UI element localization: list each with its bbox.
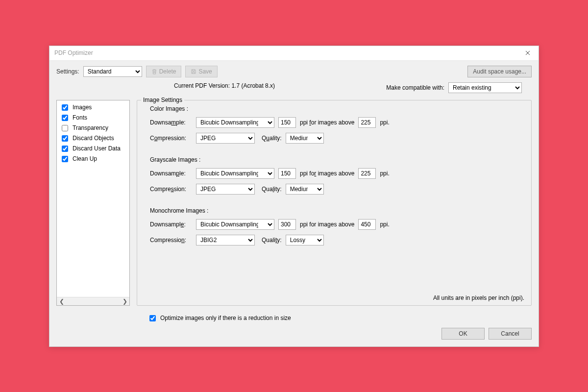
- mono-downsample-select[interactable]: Bicubic Downsampling to: [196, 219, 274, 230]
- list-item-label: Discard User Data: [73, 145, 121, 152]
- quality-label: Quality:: [262, 135, 282, 142]
- settings-select[interactable]: Standard: [83, 66, 142, 77]
- checkbox-transparency[interactable]: [62, 125, 68, 131]
- checkbox-fonts[interactable]: [62, 115, 68, 121]
- mono-quality-select[interactable]: Lossy: [286, 235, 324, 245]
- category-list: Images Fonts Transparency Discard Object…: [56, 100, 130, 306]
- ppi-suffix: ppi.: [380, 170, 389, 177]
- mono-compression-select[interactable]: JBIG2: [196, 235, 255, 245]
- delete-button[interactable]: Delete: [146, 66, 182, 77]
- toolbar: Settings: Standard Delete Save Audit spa…: [49, 61, 539, 80]
- optimize-only-checkbox[interactable]: [149, 315, 156, 321]
- dialog-window: PDF Optimizer Settings: Standard Delete …: [49, 46, 539, 347]
- checkbox-clean-up[interactable]: [62, 156, 68, 162]
- cancel-button[interactable]: Cancel: [489, 328, 532, 340]
- mono-ppi-input[interactable]: [278, 219, 296, 230]
- list-item[interactable]: Fonts: [60, 113, 126, 123]
- downsample-label: Downsample:: [150, 119, 192, 126]
- gray-ppi-input[interactable]: [278, 168, 296, 179]
- group-title: Grayscale Images :: [144, 156, 524, 163]
- scroll-right-icon[interactable]: ❯: [121, 297, 128, 305]
- group-title: Color Images :: [144, 105, 524, 112]
- list-item[interactable]: Transparency: [60, 123, 126, 133]
- color-compression-select[interactable]: JPEG: [196, 133, 255, 144]
- color-above-input[interactable]: [358, 117, 376, 128]
- gray-above-input[interactable]: [358, 168, 376, 179]
- compression-label: Compression:: [150, 135, 192, 142]
- units-note: All units are in pixels per inch (ppi).: [433, 294, 524, 301]
- list-item-label: Fonts: [73, 114, 87, 121]
- ppi-mid-label: ppi for images above: [300, 119, 354, 126]
- list-item-label: Transparency: [73, 124, 108, 131]
- list-item[interactable]: Discard User Data: [60, 144, 126, 154]
- list-item[interactable]: Clean Up: [60, 154, 126, 164]
- quality-label: Quality:: [262, 237, 282, 244]
- footer-check-row: Optimize images only if there is a reduc…: [49, 311, 539, 325]
- checkbox-discard-objects[interactable]: [62, 135, 68, 142]
- quality-label: Quality:: [262, 186, 282, 193]
- footer-buttons: OK Cancel: [49, 325, 539, 346]
- ppi-suffix: ppi.: [380, 119, 389, 126]
- scroll-left-icon[interactable]: ❮: [58, 297, 65, 305]
- save-button[interactable]: Save: [185, 66, 217, 77]
- compression-label: Compression:: [150, 237, 192, 244]
- gray-downsample-select[interactable]: Bicubic Downsampling to: [196, 168, 274, 179]
- settings-label: Settings:: [56, 68, 79, 75]
- horizontal-scrollbar[interactable]: ❮ ❯: [57, 297, 129, 305]
- compression-label: Compression:: [150, 186, 192, 193]
- grayscale-images-group: Grayscale Images : Downsample: Bicubic D…: [144, 156, 524, 195]
- gray-compression-select[interactable]: JPEG: [196, 184, 255, 195]
- checkbox-discard-user-data[interactable]: [62, 146, 68, 152]
- gray-quality-select[interactable]: Medium: [286, 184, 324, 195]
- group-title: Monochrome Images :: [144, 207, 524, 214]
- panel-title: Image Settings: [141, 97, 184, 103]
- ppi-mid-label: ppi for images above: [300, 170, 354, 177]
- compat-select[interactable]: Retain existing: [448, 82, 522, 93]
- close-icon: [525, 50, 530, 55]
- list-item-label: Clean Up: [73, 155, 97, 162]
- version-row: Current PDF Version: 1.7 (Acrobat 8.x) M…: [49, 80, 539, 100]
- downsample-label: Downsample:: [150, 170, 192, 177]
- mono-above-input[interactable]: [358, 219, 376, 230]
- ok-button[interactable]: OK: [441, 328, 485, 340]
- ppi-suffix: ppi.: [380, 221, 389, 228]
- image-settings-panel: Image Settings Color Images : Downsample…: [137, 100, 532, 306]
- compat-label: Make compatible with:: [386, 84, 444, 91]
- titlebar: PDF Optimizer: [49, 46, 539, 61]
- optimize-only-label: Optimize images only if there is a reduc…: [160, 315, 291, 321]
- ppi-mid-label: ppi for images above: [300, 221, 354, 228]
- close-button[interactable]: [516, 46, 539, 60]
- monochrome-images-group: Monochrome Images : Downsample: Bicubic …: [144, 207, 524, 245]
- audit-button[interactable]: Audit space usage...: [467, 66, 532, 77]
- color-quality-select[interactable]: Medium: [286, 133, 324, 144]
- current-version-label: Current PDF Version: 1.7 (Acrobat 8.x): [159, 82, 367, 93]
- checkbox-images[interactable]: [62, 104, 68, 111]
- color-ppi-input[interactable]: [278, 117, 296, 128]
- list-item-label: Images: [73, 104, 92, 111]
- list-item[interactable]: Images: [60, 102, 126, 113]
- list-item-label: Discard Objects: [73, 135, 114, 142]
- downsample-label: Downsample:: [150, 221, 192, 228]
- trash-icon: [151, 69, 157, 74]
- color-images-group: Color Images : Downsample: Bicubic Downs…: [144, 105, 524, 144]
- save-icon: [191, 69, 196, 74]
- window-title: PDF Optimizer: [54, 49, 93, 56]
- list-item[interactable]: Discard Objects: [60, 133, 126, 144]
- color-downsample-select[interactable]: Bicubic Downsampling to: [196, 117, 274, 128]
